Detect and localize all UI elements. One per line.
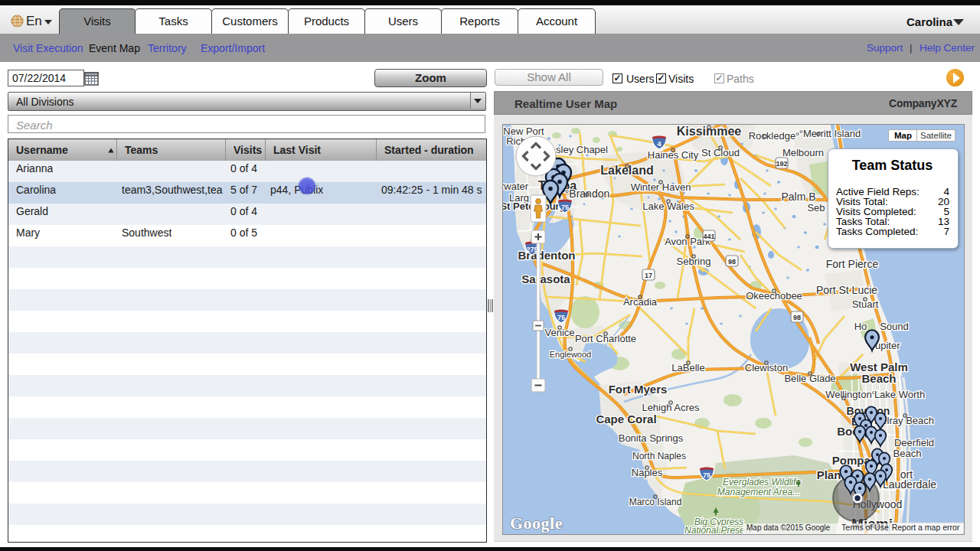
svg-text:Ho: Ho xyxy=(854,321,867,332)
svg-text:Management Area...: Management Area... xyxy=(717,487,800,497)
svg-text:75: 75 xyxy=(703,471,710,479)
svg-text:Google: Google xyxy=(510,514,563,533)
svg-text:75: 75 xyxy=(561,204,569,211)
svg-text:Fort Myers: Fort Myers xyxy=(609,383,668,396)
svg-text:Cape Coral: Cape Coral xyxy=(596,412,656,425)
svg-text:192: 192 xyxy=(776,160,787,168)
svg-text:Report a map error: Report a map error xyxy=(892,523,960,532)
svg-text:75: 75 xyxy=(557,314,565,321)
svg-text:Haines City: Haines City xyxy=(648,149,699,161)
svg-text:Arcadia: Arcadia xyxy=(623,296,658,308)
svg-text:Sarasota: Sarasota xyxy=(521,272,570,285)
svg-text:Lakeland: Lakeland xyxy=(600,164,653,177)
svg-text:Rockledge°: Rockledge° xyxy=(749,130,800,142)
svg-text:Port St Lucie: Port St Lucie xyxy=(816,284,877,296)
svg-text:Lehigh Acres: Lehigh Acres xyxy=(642,402,700,413)
svg-text:Fort Pierce: Fort Pierce xyxy=(826,258,879,270)
svg-text:Clewiston: Clewiston xyxy=(745,362,788,373)
svg-text:Kissimmee: Kissimmee xyxy=(677,125,742,138)
svg-text:Bonita Springs: Bonita Springs xyxy=(619,432,684,444)
svg-text:°Brandon: °Brandon xyxy=(565,187,610,200)
svg-text:Sebring: Sebring xyxy=(677,256,711,267)
svg-text:Port Charlotte: Port Charlotte xyxy=(575,333,636,344)
svg-text:sley Chapel: sley Chapel xyxy=(556,144,608,155)
svg-text:Sound: Sound xyxy=(880,321,909,332)
svg-text:Wellington°: Wellington° xyxy=(825,389,876,400)
svg-text:98: 98 xyxy=(728,258,736,266)
svg-text:Lake Wales: Lake Wales xyxy=(642,201,694,212)
svg-text:Naples: Naples xyxy=(632,467,663,478)
svg-text:Beach: Beach xyxy=(893,448,922,459)
svg-text:Beach: Beach xyxy=(861,372,896,385)
svg-text:North Naples: North Naples xyxy=(632,451,686,461)
svg-text:Deerfield: Deerfield xyxy=(894,437,934,448)
svg-text:St Cloud: St Cloud xyxy=(701,147,740,158)
svg-text:Lauderdale: Lauderdale xyxy=(883,478,936,491)
svg-text:Okeechobee: Okeechobee xyxy=(746,290,802,302)
svg-text:Terms of Use: Terms of Use xyxy=(841,523,889,532)
svg-text:Winter Haven: Winter Haven xyxy=(631,181,691,193)
svg-text:Palm B: Palm B xyxy=(781,191,815,203)
svg-text:275: 275 xyxy=(526,246,537,253)
svg-text:4: 4 xyxy=(657,140,661,148)
svg-text:98: 98 xyxy=(793,314,801,321)
svg-text:17: 17 xyxy=(645,272,652,279)
svg-text:Map data ©2015 Google: Map data ©2015 Google xyxy=(746,523,831,532)
svg-text:441: 441 xyxy=(703,233,714,240)
svg-text:Seb: Seb xyxy=(807,202,825,214)
svg-text:Belle Glade: Belle Glade xyxy=(784,373,835,384)
svg-text:rwater: rwater xyxy=(503,181,529,192)
svg-text:Venice: Venice xyxy=(544,327,574,338)
svg-text:Lake Worth: Lake Worth xyxy=(874,389,925,400)
svg-text:Stuart: Stuart xyxy=(852,298,879,310)
svg-text:°Merritt Island: °Merritt Island xyxy=(799,128,861,139)
svg-text:LaBelle: LaBelle xyxy=(671,362,704,373)
svg-text:Melbourn: Melbourn xyxy=(782,147,824,158)
svg-text:Everglades Wildlife: Everglades Wildlife xyxy=(723,477,801,487)
